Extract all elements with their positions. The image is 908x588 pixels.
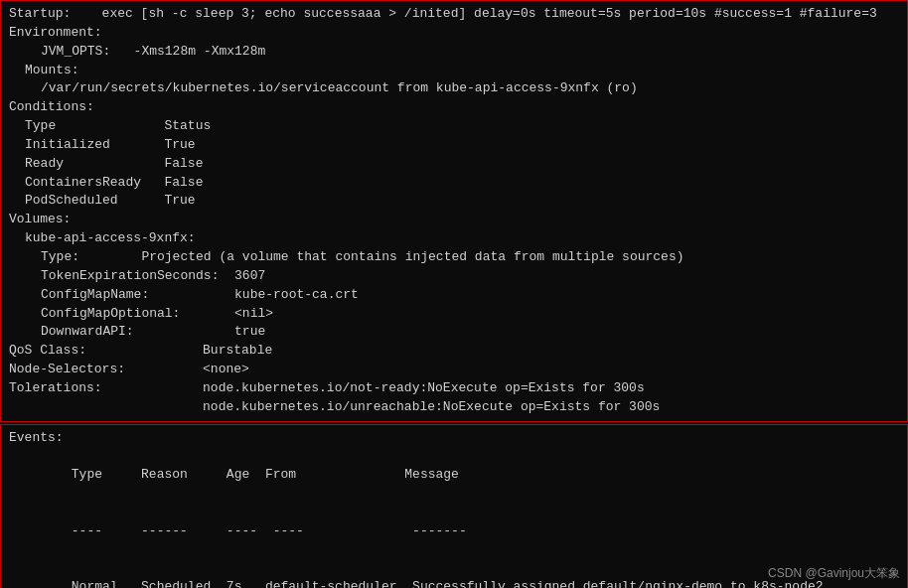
watermark: CSDN @Gavinjou大笨象 xyxy=(768,565,900,582)
configmap-optional: ConfigMapOptional: <nil> xyxy=(9,305,899,324)
terminal: Startup: exec [sh -c sleep 3; echo succe… xyxy=(0,0,908,588)
event-type-1: Normal xyxy=(72,579,141,588)
sep-msg: ------- xyxy=(412,523,467,538)
col-message: Message xyxy=(404,467,459,482)
sep-age: ---- xyxy=(227,523,273,538)
mounts-label: Mounts: xyxy=(9,62,899,80)
tolerations-2: node.kubernetes.io/unreachable:NoExecute… xyxy=(9,398,899,417)
pod-scheduled: PodScheduled True xyxy=(9,192,899,211)
volumes-label: Volumes: xyxy=(9,211,899,229)
env-label: Environment: xyxy=(9,24,899,43)
qos-class: QoS Class: Burstable xyxy=(9,342,899,361)
events-col-header: Type Reason Age From Message xyxy=(9,447,899,504)
conditions-header: Type Status xyxy=(9,117,899,136)
kube-api-access: kube-api-access-9xnfx: xyxy=(9,229,899,248)
sep-from: ---- xyxy=(273,523,412,538)
containers-ready: ContainersReady False xyxy=(9,174,899,193)
col-type: Type xyxy=(72,467,141,482)
events-header: Events: xyxy=(9,429,899,448)
sep-type: ---- xyxy=(72,523,141,538)
node-selectors: Node-Selectors: <none> xyxy=(9,361,899,379)
initialized: Initialized True xyxy=(9,136,899,155)
event-from-1: default-scheduler xyxy=(265,579,412,588)
conditions-label: Conditions: xyxy=(9,98,899,117)
event-age-1: 7s xyxy=(227,579,265,588)
col-reason: Reason xyxy=(141,467,227,482)
startup-line: Startup: exec [sh -c sleep 3; echo succe… xyxy=(9,5,899,24)
token-expiration: TokenExpirationSeconds: 3607 xyxy=(9,267,899,286)
jvm-opts: JVM_OPTS: -Xms128m -Xmx128m xyxy=(9,43,899,62)
event-reason-1: Scheduled xyxy=(141,579,227,588)
mount-path: /var/run/secrets/kubernetes.io/serviceac… xyxy=(9,79,899,98)
col-from: From xyxy=(265,467,404,482)
downward-api: DownwardAPI: true xyxy=(9,323,899,342)
ready: Ready False xyxy=(9,155,899,174)
configmap-name: ConfigMapName: kube-root-ca.crt xyxy=(9,286,899,305)
col-age: Age xyxy=(227,467,265,482)
type-projected: Type: Projected (a volume that contains … xyxy=(9,248,899,267)
event-row-scheduled: Normal Scheduled 7s default-scheduler Su… xyxy=(9,559,899,588)
top-section: Startup: exec [sh -c sleep 3; echo succe… xyxy=(0,0,908,422)
events-section: Events: Type Reason Age From Message ---… xyxy=(0,424,908,588)
sep-reason: ------ xyxy=(141,523,227,538)
event-msg-1: Successfully assigned default/nginx-demo… xyxy=(412,579,823,588)
tolerations-1: Tolerations: node.kubernetes.io/not-read… xyxy=(9,379,899,398)
events-separator: ---- ------ ---- ---- ------- xyxy=(9,504,899,560)
